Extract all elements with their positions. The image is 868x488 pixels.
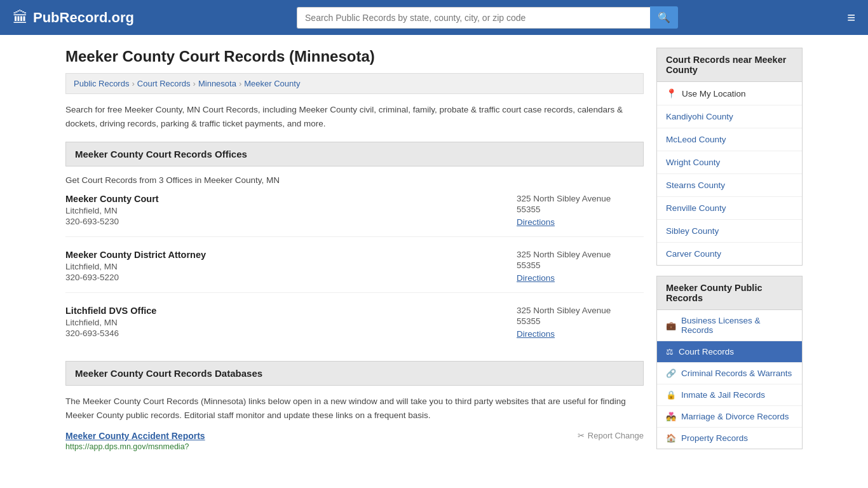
office-phone: 320-693-5346 bbox=[65, 329, 517, 338]
sidebar-pub-court[interactable]: ⚖ Court Records bbox=[657, 341, 802, 363]
page-wrapper: Meeker County Court Records (Minnesota) … bbox=[53, 35, 815, 470]
business-icon: 💼 bbox=[666, 321, 676, 330]
county-label: McLeod County bbox=[666, 135, 726, 144]
page-title: Meeker County Court Records (Minnesota) bbox=[65, 48, 644, 65]
pub-item-label: Criminal Records & Warrants bbox=[681, 369, 792, 378]
db-entry-title[interactable]: Meeker County Accident Reports bbox=[65, 431, 205, 441]
inmate-icon: 🔒 bbox=[666, 390, 676, 400]
pub-item-label: Marriage & Divorce Records bbox=[681, 412, 789, 421]
sidebar-pub-property[interactable]: 🏠 Property Records bbox=[657, 428, 802, 449]
public-records-section-title: Meeker County Public Records bbox=[656, 276, 803, 310]
county-label: Stearns County bbox=[666, 180, 725, 190]
breadcrumb-public-records[interactable]: Public Records bbox=[74, 79, 129, 88]
site-logo[interactable]: 🏛 PubRecord.org bbox=[13, 9, 134, 27]
office-entry: Litchfield DVS Office Litchfield, MN 320… bbox=[65, 306, 644, 348]
county-label: Renville County bbox=[666, 203, 726, 213]
public-records-list: 💼 Business Licenses & Records ⚖ Court Re… bbox=[656, 310, 803, 449]
county-label: Carver County bbox=[666, 249, 721, 259]
logo-icon: 🏛 bbox=[13, 9, 28, 27]
marriage-icon: 💑 bbox=[666, 412, 676, 421]
menu-button[interactable]: ≡ bbox=[847, 10, 855, 26]
pub-item-label: Property Records bbox=[681, 433, 748, 443]
office-right: 325 North Sibley Avenue 55355 Directions bbox=[517, 194, 644, 227]
search-area: 🔍 bbox=[297, 6, 678, 29]
sidebar-item-wright[interactable]: Wright County bbox=[657, 151, 802, 174]
nearby-section-title: Court Records near Meeker County bbox=[656, 48, 803, 82]
logo-text: PubRecord.org bbox=[33, 10, 134, 26]
scissors-icon: ✂ bbox=[578, 431, 585, 440]
site-header: 🏛 PubRecord.org 🔍 ≡ bbox=[0, 0, 868, 35]
directions-link[interactable]: Directions bbox=[517, 329, 555, 339]
sidebar-pub-criminal[interactable]: 🔗 Criminal Records & Warrants bbox=[657, 363, 802, 384]
report-change-button[interactable]: ✂ Report Change bbox=[578, 431, 644, 440]
databases-section-header: Meeker County Court Records Databases bbox=[65, 361, 644, 386]
nearby-list: 📍 Use My Location Kandiyohi County McLeo… bbox=[656, 82, 803, 266]
office-city: Litchfield, MN bbox=[65, 206, 517, 215]
search-button[interactable]: 🔍 bbox=[650, 6, 678, 29]
location-icon: 📍 bbox=[666, 88, 677, 98]
office-left: Meeker County Court Litchfield, MN 320-6… bbox=[65, 194, 517, 227]
office-city: Litchfield, MN bbox=[65, 318, 517, 327]
office-zip: 55355 bbox=[517, 205, 644, 214]
breadcrumb-minnesota[interactable]: Minnesota bbox=[198, 79, 236, 88]
search-icon: 🔍 bbox=[658, 12, 670, 23]
office-count: Get Court Records from 3 Offices in Meek… bbox=[65, 175, 644, 185]
databases-description: The Meeker County Court Records (Minneso… bbox=[65, 395, 644, 422]
office-zip: 55355 bbox=[517, 261, 644, 270]
county-label: Kandiyohi County bbox=[666, 112, 733, 121]
office-address: 325 North Sibley Avenue bbox=[517, 306, 644, 315]
office-city: Litchfield, MN bbox=[65, 262, 517, 271]
criminal-icon: 🔗 bbox=[666, 369, 676, 378]
office-entry: Meeker County District Attorney Litchfie… bbox=[65, 250, 644, 293]
sidebar: Court Records near Meeker County 📍 Use M… bbox=[656, 48, 803, 458]
sidebar-item-sibley[interactable]: Sibley County bbox=[657, 220, 802, 243]
breadcrumb: Public Records › Court Records › Minneso… bbox=[65, 73, 644, 94]
hamburger-icon: ≡ bbox=[847, 10, 855, 25]
office-name: Meeker County District Attorney bbox=[65, 250, 517, 260]
offices-section-header: Meeker County Court Records Offices bbox=[65, 142, 644, 166]
directions-link[interactable]: Directions bbox=[517, 217, 555, 227]
sidebar-pub-business[interactable]: 💼 Business Licenses & Records bbox=[657, 310, 802, 341]
office-address: 325 North Sibley Avenue bbox=[517, 250, 644, 259]
property-icon: 🏠 bbox=[666, 433, 676, 443]
office-left: Meeker County District Attorney Litchfie… bbox=[65, 250, 517, 283]
pub-item-label: Court Records bbox=[679, 347, 734, 356]
county-label: Wright County bbox=[666, 158, 720, 167]
sidebar-item-kandiyohi[interactable]: Kandiyohi County bbox=[657, 105, 802, 128]
breadcrumb-sep-1: › bbox=[132, 79, 134, 88]
use-location-item[interactable]: 📍 Use My Location bbox=[657, 82, 802, 105]
sidebar-item-carver[interactable]: Carver County bbox=[657, 243, 802, 265]
search-input[interactable] bbox=[297, 7, 650, 29]
sidebar-item-renville[interactable]: Renville County bbox=[657, 197, 802, 220]
directions-link[interactable]: Directions bbox=[517, 273, 555, 283]
office-entry: Meeker County Court Litchfield, MN 320-6… bbox=[65, 194, 644, 237]
office-name: Meeker County Court bbox=[65, 194, 517, 204]
sidebar-pub-inmate[interactable]: 🔒 Inmate & Jail Records bbox=[657, 384, 802, 406]
office-phone: 320-693-5230 bbox=[65, 217, 517, 226]
breadcrumb-sep-3: › bbox=[239, 79, 241, 88]
db-entry-url: https://app.dps.mn.gov/msnmedia? bbox=[65, 442, 644, 451]
breadcrumb-sep-2: › bbox=[193, 79, 196, 88]
office-name: Litchfield DVS Office bbox=[65, 306, 517, 316]
office-left: Litchfield DVS Office Litchfield, MN 320… bbox=[65, 306, 517, 339]
main-content: Meeker County Court Records (Minnesota) … bbox=[65, 48, 644, 458]
office-address: 325 North Sibley Avenue bbox=[517, 194, 644, 203]
pub-item-label: Business Licenses & Records bbox=[681, 316, 793, 335]
pub-item-label: Inmate & Jail Records bbox=[681, 390, 765, 400]
office-right: 325 North Sibley Avenue 55355 Directions bbox=[517, 250, 644, 283]
offices-section: Get Court Records from 3 Offices in Meek… bbox=[65, 175, 644, 348]
use-location-label: Use My Location bbox=[682, 89, 746, 98]
database-entry: ✂ Report Change Meeker County Accident R… bbox=[65, 431, 644, 451]
report-change-label: Report Change bbox=[588, 431, 644, 440]
sidebar-item-stearns[interactable]: Stearns County bbox=[657, 174, 802, 197]
page-description: Search for free Meeker County, MN Court … bbox=[65, 103, 644, 130]
sidebar-pub-marriage[interactable]: 💑 Marriage & Divorce Records bbox=[657, 406, 802, 428]
county-label: Sibley County bbox=[666, 226, 719, 236]
sidebar-item-mcleod[interactable]: McLeod County bbox=[657, 128, 802, 151]
office-zip: 55355 bbox=[517, 316, 644, 326]
office-right: 325 North Sibley Avenue 55355 Directions bbox=[517, 306, 644, 339]
breadcrumb-court-records[interactable]: Court Records bbox=[137, 79, 191, 88]
breadcrumb-meeker-county[interactable]: Meeker County bbox=[244, 79, 300, 88]
court-icon: ⚖ bbox=[666, 347, 674, 356]
office-phone: 320-693-5220 bbox=[65, 273, 517, 282]
